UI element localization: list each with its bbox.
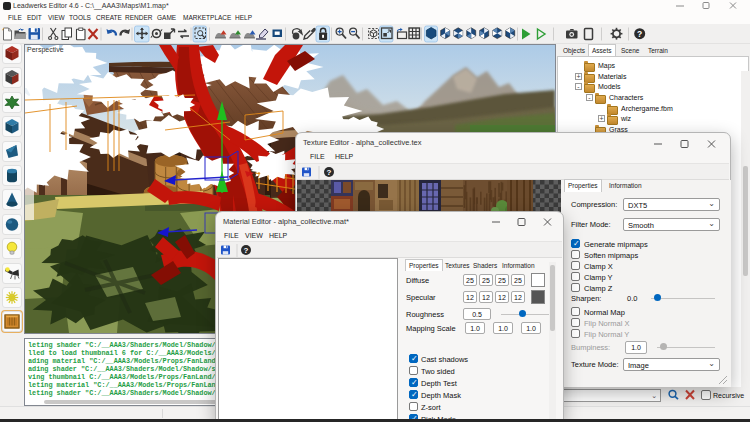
svg-text:Recursive: Recursive xyxy=(713,392,744,399)
svg-text:?: ? xyxy=(244,246,249,255)
svg-text:?: ? xyxy=(637,29,642,39)
svg-text:?: ? xyxy=(327,168,332,177)
